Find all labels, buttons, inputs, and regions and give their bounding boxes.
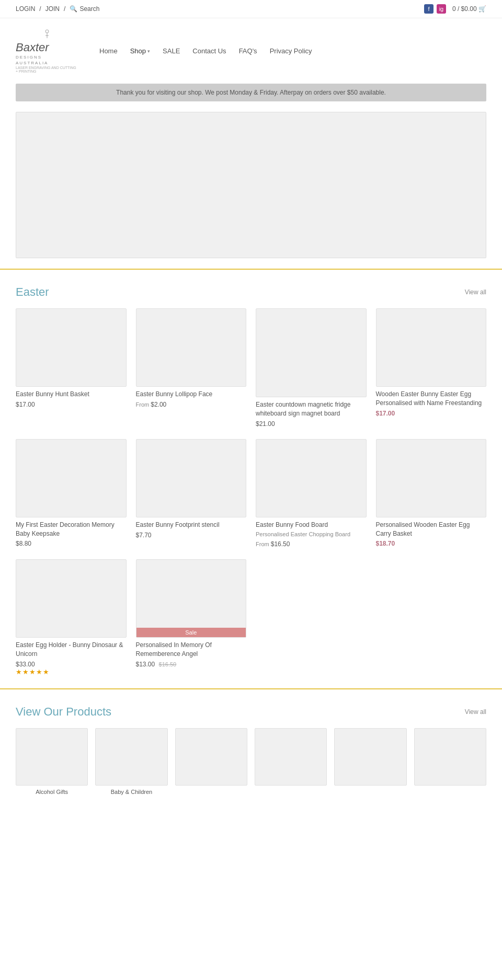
social-icons: f ig [424, 4, 446, 14]
logo-tagline: LASER ENGRAVING AND CUTTING + PRINTING [16, 66, 78, 73]
category-label: Alcohol Gifts [36, 789, 68, 795]
product-info: Easter Bunny Food Board Personalised Eas… [256, 517, 367, 550]
product-price: $17.00 [16, 401, 127, 408]
nav-privacy[interactable]: Privacy Policy [270, 47, 312, 55]
nav-sale[interactable]: SALE [163, 47, 180, 55]
product-info: My First Easter Decoration Memory Baby K… [16, 517, 127, 550]
product-image: Sale [136, 559, 247, 638]
easter-header: Easter View all [16, 285, 486, 299]
product-price: From $2.00 [136, 401, 247, 408]
nav-faqs[interactable]: FAQ's [239, 47, 257, 55]
product-name: Easter Bunny Footprint stencil [136, 521, 247, 529]
product-image [136, 439, 247, 517]
product-card[interactable]: Easter Bunny Hunt Basket $17.00 [16, 308, 127, 430]
cart-icon: 🛒 [478, 5, 486, 13]
nav-shop[interactable]: Shop ▾ [130, 47, 150, 55]
product-image [16, 559, 127, 638]
logo-name: Baxter [16, 41, 78, 54]
product-info: Easter Bunny Lollipop Face From $2.00 [136, 387, 247, 410]
logo-country: AUSTRALIA [16, 61, 78, 65]
category-card[interactable] [334, 728, 406, 795]
announcement-banner: Thank you for visiting our shop. We post… [16, 84, 486, 101]
cart-info[interactable]: 0 / $0.00 🛒 [452, 5, 486, 13]
category-card[interactable] [414, 728, 486, 795]
hero-image [16, 112, 486, 258]
category-card[interactable] [255, 728, 327, 795]
top-bar: LOGIN / JOIN / 🔍 Search f ig 0 / $0.00 🛒 [0, 0, 502, 18]
product-card[interactable]: Sale Personalised In Memory Of Remembere… [136, 559, 247, 678]
category-image [175, 728, 247, 786]
product-image [376, 439, 487, 517]
product-price: $8.80 [16, 540, 127, 547]
top-bar-right: f ig 0 / $0.00 🛒 [424, 4, 486, 14]
category-card[interactable] [175, 728, 247, 795]
product-price: $21.00 [256, 420, 367, 428]
product-info: Personalised In Memory Of Rememberence A… [136, 638, 247, 670]
product-image [376, 308, 487, 387]
product-name: Easter Bunny Lollipop Face [136, 390, 247, 399]
top-bar-left: LOGIN / JOIN / 🔍 Search [16, 5, 99, 13]
search-label: Search [79, 5, 99, 13]
nav-contact[interactable]: Contact Us [192, 47, 226, 55]
category-image [334, 728, 406, 786]
star-rating: ★★★★★ [16, 668, 127, 676]
product-info: Easter Bunny Hunt Basket $17.00 [16, 387, 127, 410]
product-name: Easter Bunny Food Board [256, 521, 367, 529]
nav-home[interactable]: Home [99, 47, 118, 55]
easter-view-all[interactable]: View all [465, 289, 486, 296]
category-card[interactable]: Alcohol Gifts [16, 728, 88, 795]
category-card[interactable]: Baby & Children [95, 728, 167, 795]
logo-area[interactable]: Baxter DESIGNS AUSTRALIA LASER ENGRAVING… [16, 29, 78, 73]
product-card[interactable]: Easter Egg Holder - Bunny Dinosaur & Uni… [16, 559, 127, 678]
products-title: View Our Products [16, 705, 111, 719]
product-card[interactable]: Easter countdown magnetic fridge whitebo… [256, 308, 367, 430]
category-image [414, 728, 486, 786]
easter-product-grid-row2: My First Easter Decoration Memory Baby K… [16, 439, 486, 550]
product-price: $18.70 [376, 540, 487, 547]
category-image [95, 728, 167, 786]
logo-brand: DESIGNS [16, 55, 78, 60]
product-image [16, 439, 127, 517]
products-view-all[interactable]: View all [465, 708, 486, 716]
product-info: Easter countdown magnetic fridge whitebo… [256, 397, 367, 430]
products-header: View Our Products View all [16, 705, 486, 719]
header: Baxter DESIGNS AUSTRALIA LASER ENGRAVING… [0, 18, 502, 84]
product-price: $17.00 [376, 410, 487, 417]
product-name: Personalised In Memory Of Rememberence A… [136, 641, 247, 659]
product-card[interactable]: Easter Bunny Lollipop Face From $2.00 [136, 308, 247, 430]
search-area[interactable]: 🔍 Search [70, 5, 99, 13]
product-info: Wooden Easter Bunny Easter Egg Personali… [376, 387, 487, 419]
empty-slot [256, 559, 367, 678]
product-image [256, 439, 367, 517]
sale-badge: Sale [136, 628, 246, 637]
product-name: Easter Egg Holder - Bunny Dinosaur & Uni… [16, 641, 127, 659]
main-nav: Home Shop ▾ SALE Contact Us FAQ's Privac… [99, 47, 486, 55]
facebook-icon[interactable]: f [424, 4, 433, 14]
join-link[interactable]: JOIN [45, 5, 60, 13]
product-sub-name: Personalised Easter Chopping Board [256, 531, 367, 538]
category-image [16, 728, 88, 786]
product-card[interactable]: Wooden Easter Bunny Easter Egg Personali… [376, 308, 487, 430]
category-grid: Alcohol Gifts Baby & Children [16, 728, 486, 795]
product-card[interactable]: My First Easter Decoration Memory Baby K… [16, 439, 127, 550]
login-link[interactable]: LOGIN [16, 5, 35, 13]
instagram-icon[interactable]: ig [437, 4, 446, 14]
product-card[interactable]: Personalised Wooden Easter Egg Carry Bas… [376, 439, 487, 550]
product-card[interactable]: Easter Bunny Footprint stencil $7.70 [136, 439, 247, 550]
product-price: $33.00 [16, 661, 127, 668]
product-image [136, 308, 247, 387]
category-label: Baby & Children [111, 789, 153, 795]
view-products-section: View Our Products View all Alcohol Gifts… [0, 689, 502, 805]
easter-title: Easter [16, 285, 49, 299]
product-info: Easter Bunny Footprint stencil $7.70 [136, 517, 247, 541]
category-image [255, 728, 327, 786]
product-price: $7.70 [136, 532, 247, 539]
product-image [16, 308, 127, 387]
product-card[interactable]: Easter Bunny Food Board Personalised Eas… [256, 439, 367, 550]
easter-product-grid-row3: Easter Egg Holder - Bunny Dinosaur & Uni… [16, 559, 486, 678]
search-icon: 🔍 [70, 5, 77, 13]
empty-slot [376, 559, 487, 678]
product-name: Easter Bunny Hunt Basket [16, 390, 127, 399]
product-price: $13.00 $16.50 [136, 661, 247, 668]
product-name: Easter countdown magnetic fridge whitebo… [256, 400, 367, 418]
